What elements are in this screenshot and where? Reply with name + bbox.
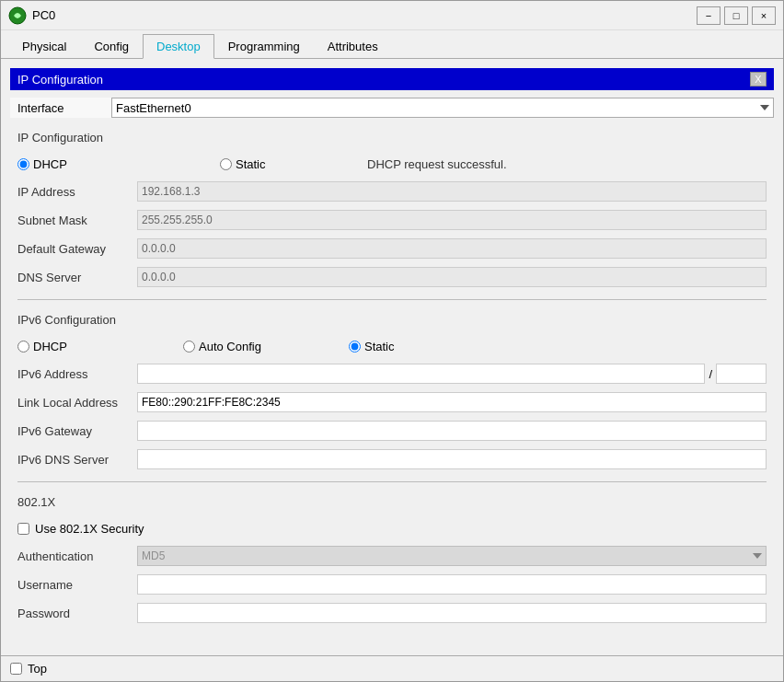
interface-label: Interface xyxy=(10,98,111,118)
ipv6-slash: / xyxy=(705,367,716,381)
ipv6-dns-label: IPv6 DNS Server xyxy=(17,453,137,467)
interface-select[interactable]: FastEthernet0 xyxy=(111,98,774,118)
dot1x-subsection-label: 802.1X xyxy=(10,491,774,513)
divider-ipv6 xyxy=(17,299,767,300)
link-local-row: Link Local Address xyxy=(10,389,774,415)
ip-address-row: IP Address xyxy=(10,179,774,204)
ipv6-address-label: IPv6 Address xyxy=(17,367,137,381)
top-label: Top xyxy=(28,662,47,676)
ipv6-dhcp-option[interactable]: DHCP xyxy=(17,340,146,353)
dns-server-input[interactable] xyxy=(137,267,767,287)
ipv6-gateway-label: IPv6 Gateway xyxy=(17,424,137,438)
ipv6-mode-row: DHCP Auto Config Static xyxy=(10,336,774,357)
ipv4-mode-row: DHCP Static DHCP request successful. xyxy=(10,154,774,175)
password-label: Password xyxy=(17,607,137,620)
ipv6-prefix-input[interactable] xyxy=(716,364,767,384)
ipv6-static-option[interactable]: Static xyxy=(349,340,478,353)
subnet-mask-input[interactable] xyxy=(137,210,767,230)
ipv6-autoconfig-label: Auto Config xyxy=(199,340,261,353)
dhcp-option[interactable]: DHCP xyxy=(17,157,146,171)
app-icon xyxy=(8,6,27,25)
ipv6-subsection-label: IPv6 Configuration xyxy=(10,309,774,330)
dhcp-label: DHCP xyxy=(33,157,67,171)
divider-dot1x xyxy=(17,481,767,482)
dhcp-status: DHCP request successful. xyxy=(367,157,507,171)
minimize-button[interactable]: − xyxy=(697,6,721,25)
bottom-bar: Top xyxy=(1,655,783,681)
ipv6-address-row: IPv6 Address / xyxy=(10,361,774,387)
main-window: PC0 − □ × Physical Config Desktop Progra… xyxy=(0,0,784,682)
tab-programming[interactable]: Programming xyxy=(214,34,314,58)
link-local-input[interactable] xyxy=(137,392,767,412)
ip-address-label: IP Address xyxy=(17,185,137,199)
ipv4-subsection-label: IP Configuration xyxy=(10,127,774,148)
ipv6-autoconfig-option[interactable]: Auto Config xyxy=(183,340,312,353)
link-local-label: Link Local Address xyxy=(17,396,137,410)
close-button[interactable]: × xyxy=(752,6,776,25)
top-checkbox[interactable] xyxy=(10,663,22,675)
static-option[interactable]: Static xyxy=(220,157,349,171)
ipv6-dhcp-radio[interactable] xyxy=(17,341,29,353)
ip-config-header: IP Configuration X xyxy=(10,68,774,90)
tab-desktop[interactable]: Desktop xyxy=(143,34,214,59)
use-security-checkbox[interactable] xyxy=(17,523,29,535)
default-gateway-input[interactable] xyxy=(137,238,767,259)
username-row: Username xyxy=(10,572,774,597)
dns-server-label: DNS Server xyxy=(17,271,137,284)
ipv6-autoconfig-radio[interactable] xyxy=(183,341,195,353)
interface-row: Interface FastEthernet0 xyxy=(10,98,774,118)
dns-server-row: DNS Server xyxy=(10,264,774,290)
ipv6-dhcp-label: DHCP xyxy=(33,340,67,353)
username-label: Username xyxy=(17,578,137,592)
tab-physical[interactable]: Physical xyxy=(8,34,80,58)
tab-attributes[interactable]: Attributes xyxy=(314,34,392,58)
ipv6-dns-row: IPv6 DNS Server xyxy=(10,446,774,472)
main-content: IP Configuration X Interface FastEtherne… xyxy=(1,59,783,655)
ipv6-static-radio[interactable] xyxy=(349,341,361,353)
maximize-button[interactable]: □ xyxy=(724,6,748,25)
dhcp-radio[interactable] xyxy=(17,158,29,170)
ip-config-title: IP Configuration xyxy=(17,73,103,87)
password-row: Password xyxy=(10,600,774,626)
tab-bar: Physical Config Desktop Programming Attr… xyxy=(1,30,783,59)
use-security-row: Use 802.1X Security xyxy=(10,518,774,539)
subnet-mask-row: Subnet Mask xyxy=(10,207,774,233)
default-gateway-label: Default Gateway xyxy=(17,242,137,256)
auth-label: Authentication xyxy=(17,549,137,563)
use-security-label: Use 802.1X Security xyxy=(35,522,144,536)
subnet-mask-label: Subnet Mask xyxy=(17,214,137,227)
password-input[interactable] xyxy=(137,603,767,623)
ipv6-gateway-input[interactable] xyxy=(137,421,767,441)
auth-row: Authentication MD5 xyxy=(10,543,774,569)
ip-config-close[interactable]: X xyxy=(750,72,767,87)
title-bar: PC0 − □ × xyxy=(1,1,783,30)
tab-config[interactable]: Config xyxy=(80,34,143,58)
window-title: PC0 xyxy=(32,8,697,22)
static-radio[interactable] xyxy=(220,158,232,170)
ipv6-static-label: Static xyxy=(364,340,395,353)
ip-address-input[interactable] xyxy=(137,181,767,202)
ipv6-gateway-row: IPv6 Gateway xyxy=(10,418,774,444)
ipv6-dns-input[interactable] xyxy=(137,449,767,469)
default-gateway-row: Default Gateway xyxy=(10,236,774,261)
static-label: Static xyxy=(236,157,266,171)
ipv6-address-input[interactable] xyxy=(137,364,705,384)
username-input[interactable] xyxy=(137,574,767,595)
window-controls: − □ × xyxy=(697,6,776,25)
auth-select[interactable]: MD5 xyxy=(137,546,767,566)
